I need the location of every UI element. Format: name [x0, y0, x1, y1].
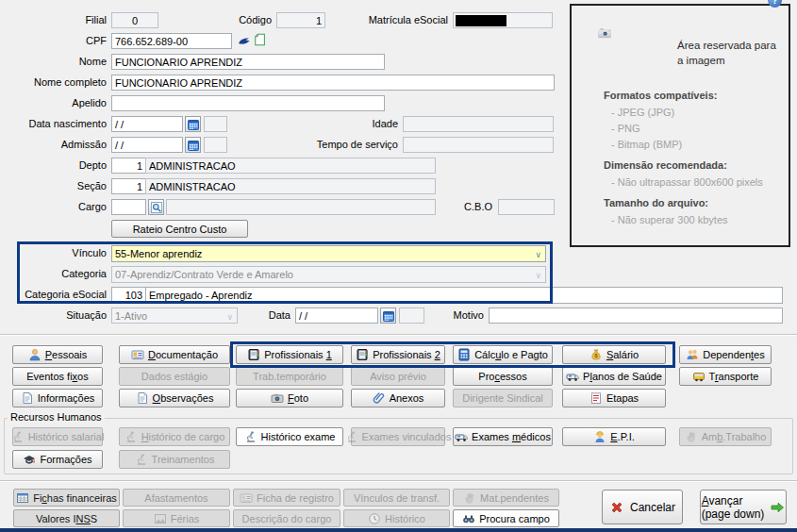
apelido-input[interactable]	[111, 95, 385, 111]
separator	[0, 334, 797, 336]
notepad-icon	[589, 391, 603, 405]
button-exames-medicos[interactable]: Exames médicos	[453, 427, 553, 446]
admissao-input[interactable]: / /	[111, 137, 183, 153]
tab-informacoes[interactable]: Informações	[12, 389, 103, 407]
tab-profissionais-1[interactable]: Profissionais 1	[236, 345, 343, 364]
situacao-select: 1-Ativo	[111, 308, 238, 324]
id-card-icon	[131, 348, 144, 361]
codigo-field[interactable]: 1	[276, 12, 325, 28]
data-situacao-input[interactable]: / /	[295, 308, 378, 324]
button-epi[interactable]: E.P.I.	[562, 427, 666, 446]
button-historico: Histórico	[343, 509, 450, 527]
data-nascimento-label: Data nascimento	[8, 116, 107, 132]
secao-label: Seção	[36, 178, 107, 194]
tab-profissionais-2[interactable]: Profissionais 2	[351, 345, 445, 364]
table-icon	[16, 491, 29, 505]
tab-transporte[interactable]: Transporte	[679, 367, 772, 386]
secao-desc-field: ADMINISTRACAO	[145, 178, 436, 194]
button-label: Profissionais 1	[264, 349, 332, 360]
depto-desc-field: ADMINISTRACAO	[145, 158, 436, 174]
tab-foto[interactable]: Foto	[236, 389, 343, 407]
motivo-input[interactable]	[489, 308, 783, 324]
button-ficha-de-registro: Ficha de registro	[233, 489, 340, 507]
apelido-label: Apelido	[36, 95, 107, 111]
button-label: Amb.Trabalho	[702, 431, 767, 442]
tab-observacoes[interactable]: Observações	[119, 389, 230, 407]
calendar-button[interactable]	[380, 308, 396, 324]
calculator-icon	[457, 348, 471, 361]
button-historico-salarial: Histórico salarial	[12, 427, 103, 446]
tab-dependentes[interactable]: Dependentes	[679, 345, 772, 364]
tab-planos-de-saude[interactable]: Planos de Saúde	[562, 367, 666, 386]
button-label: Procura campo	[479, 513, 550, 524]
button-label: Transporte	[709, 371, 759, 382]
cargo-desc-field	[166, 199, 436, 215]
button-label: Informações	[38, 392, 95, 404]
tempo-servico-label: Tempo de serviço	[274, 137, 398, 153]
cancel-button[interactable]: Cancelar	[602, 490, 683, 524]
redacted-value	[456, 15, 506, 26]
microscope-icon	[135, 453, 148, 466]
button-label: Exames médicos	[472, 431, 551, 442]
vinculo-label: Vínculo	[36, 245, 107, 261]
button-label: Trab.temporário	[253, 371, 326, 382]
categoria-esocial-label: Categoria eSocial	[3, 287, 107, 303]
panel-heading-formats: Formatos compatíveis:	[604, 90, 717, 101]
button-procura-campo[interactable]: Procura campo	[453, 509, 559, 527]
button-label: Avançar(page down)	[702, 494, 765, 521]
rateio-centro-custo-button[interactable]: Rateio Centro Custo	[111, 220, 248, 238]
button-label: Ficha de registro	[257, 492, 334, 504]
categoria-esocial-code-field[interactable]: 103	[111, 287, 146, 304]
rh-legend: Recursos Humanos	[8, 411, 105, 423]
tab-anexos[interactable]: Anexos	[351, 389, 445, 407]
image-reserved-text: Área reservada para a imagem	[677, 38, 783, 68]
image-icon	[154, 512, 167, 525]
cargo-code-input[interactable]	[111, 199, 146, 215]
button-label: Observações	[153, 392, 214, 404]
cpf-input[interactable]: 766.652.689-00	[111, 33, 232, 49]
cargo-search-button[interactable]	[148, 199, 164, 215]
matricula-esocial-field[interactable]	[453, 12, 553, 28]
data-nascimento-input[interactable]: / /	[111, 116, 183, 132]
categoria-label: Categoria	[26, 266, 107, 282]
tab-calculo-e-pagto[interactable]: Cálculo e Pagto	[453, 345, 553, 364]
button-label: Histórico salarial	[28, 431, 105, 442]
green-document-icon[interactable]	[254, 33, 268, 48]
secao-code-input[interactable]: 1	[111, 178, 146, 194]
nome-input[interactable]: FUNCIONARIO APRENDIZ	[111, 54, 385, 70]
categoria-esocial-desc-field[interactable]: Empregado - Aprendiz	[145, 287, 783, 304]
microscope-icon	[244, 430, 257, 443]
advance-button[interactable]: Avançar(page down)	[700, 490, 787, 524]
button-label: Exames vinculados	[362, 431, 452, 442]
button-valores-inss[interactable]: Valores INSS	[13, 509, 120, 527]
button-descricao-do-cargo: Descrição do cargo	[233, 509, 340, 527]
button-label: Dados estágio	[141, 371, 208, 382]
tab-documentacao[interactable]: Documentação	[119, 345, 230, 364]
filial-field[interactable]: 0	[111, 12, 158, 28]
tab-salario[interactable]: $Salário	[562, 345, 666, 364]
vinculo-select[interactable]: 55-Menor aprendiz	[111, 245, 546, 262]
button-formacoes[interactable]: Formações	[12, 450, 103, 469]
button-label: Formações	[40, 454, 91, 465]
money-bag-icon: $	[589, 348, 603, 361]
receita-bird-icon[interactable]	[238, 35, 251, 48]
nome-completo-input[interactable]: FUNCIONARIO APRENDIZ	[111, 75, 555, 91]
button-fichas-financeiras[interactable]: Fichas financeiras	[13, 489, 120, 507]
red-x-icon	[609, 500, 624, 515]
depto-code-input[interactable]: 1	[111, 158, 146, 174]
tab-eventos-fixos[interactable]: Eventos fixos	[12, 367, 103, 386]
button-historico-exame[interactable]: Histórico exame	[236, 427, 343, 446]
paperclip-icon	[373, 391, 386, 405]
calendar-button[interactable]	[185, 137, 201, 153]
panel-item: - Bitmap (BMP)	[611, 139, 682, 150]
tab-processos[interactable]: Processos	[453, 367, 553, 386]
tab-etapas[interactable]: Etapas	[562, 389, 666, 407]
button-label: Afastamentos	[144, 492, 208, 504]
button-treinamentos: Treinamentos	[119, 450, 230, 469]
calendar-button[interactable]	[185, 116, 201, 132]
categoria-select: 07-Aprendiz/Contrato Verde e Amarelo	[111, 266, 546, 283]
idade-label: Idade	[309, 116, 398, 132]
tab-pessoais[interactable]: Pessoais	[12, 345, 103, 364]
date-aux-field	[204, 116, 227, 132]
button-label: Planos de Saúde	[583, 371, 662, 382]
